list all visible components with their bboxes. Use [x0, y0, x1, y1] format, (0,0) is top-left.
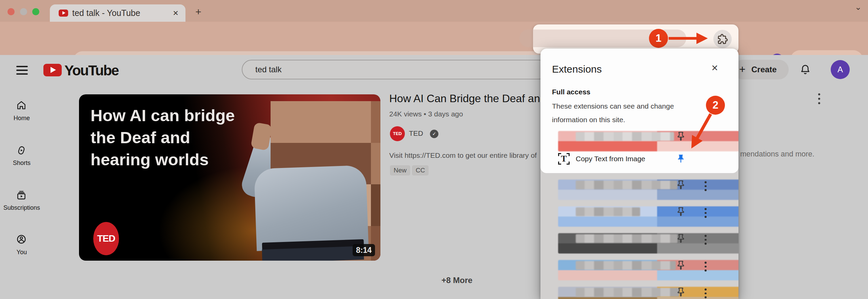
traffic-close-button[interactable] [7, 8, 15, 15]
sidebar-item-subscriptions[interactable]: Subscriptions [0, 204, 43, 211]
extension-menu-icon[interactable] [705, 180, 707, 192]
redacted-extension-name [576, 261, 676, 270]
ted-logo: TED [93, 222, 119, 255]
screenshot-root: ted talk - YouTube ✕ + ⌄ youtube.com/res… [0, 0, 868, 299]
tab-close-icon[interactable]: ✕ [171, 8, 181, 18]
you-icon[interactable] [16, 234, 27, 245]
right-text-fragment: mendations and more. [740, 150, 814, 158]
video-thumbnail[interactable]: How AI can bridge the Deaf and hearing w… [79, 94, 380, 261]
thumbnail-title-text: How AI can bridge the Deaf and hearing w… [91, 105, 235, 171]
sidebar-item-shorts[interactable]: Shorts [0, 160, 43, 167]
badge-cc: CC [412, 165, 429, 175]
channel-name[interactable]: TED [409, 129, 423, 137]
extension-menu-icon[interactable] [705, 207, 707, 219]
close-icon[interactable]: ✕ [709, 62, 721, 74]
extension-menu-icon[interactable] [705, 261, 707, 273]
video-menu-icon[interactable] [818, 92, 820, 105]
extension-row-copy-text-from-image[interactable]: T Copy Text from Image [540, 149, 738, 169]
home-icon[interactable] [16, 100, 27, 111]
youtube-logo-icon[interactable] [43, 64, 62, 76]
redacted-extension-name [576, 234, 677, 243]
video-description: Visit https://TED.com to get our entire … [389, 151, 540, 160]
sidebar-item-home[interactable]: Home [0, 115, 43, 122]
extensions-panel-spotlight: Extensions ✕ Full access These extension… [540, 49, 738, 173]
window-chevron-icon[interactable]: ⌄ [852, 2, 864, 14]
youtube-account-avatar[interactable]: A [831, 60, 850, 79]
extensions-panel: Extensions ✕ Full access These extension… [540, 49, 738, 299]
create-label: Create [751, 60, 777, 79]
pin-icon[interactable] [675, 233, 686, 244]
video-meta: 24K views • 3 days ago [389, 110, 463, 118]
extensions-button[interactable] [713, 30, 732, 48]
channel-avatar[interactable]: TED [390, 126, 405, 141]
pin-icon[interactable] [675, 260, 686, 271]
redacted-extension-name [576, 132, 674, 141]
traffic-zoom-button[interactable] [32, 8, 39, 15]
notifications-bell-icon[interactable] [800, 64, 811, 75]
search-input[interactable]: ted talk [242, 60, 549, 79]
pin-icon[interactable] [675, 206, 686, 217]
browser-tab[interactable]: ted talk - YouTube ✕ [50, 4, 185, 22]
traffic-minimize-button[interactable] [20, 8, 27, 15]
youtube-favicon-icon [59, 10, 68, 17]
extension-name: Copy Text from Image [576, 149, 645, 169]
svg-text:2: 2 [712, 99, 718, 111]
extension-row[interactable] [540, 202, 738, 222]
extension-row[interactable] [540, 255, 738, 276]
video-duration-badge: 8:14 [353, 244, 375, 256]
shorts-icon[interactable] [16, 145, 27, 156]
redacted-extension-name [576, 288, 679, 297]
video-title[interactable]: How AI Can Bridge the Deaf and [389, 92, 540, 107]
tab-title: ted talk - YouTube [72, 4, 140, 22]
youtube-wordmark[interactable]: YouTube [64, 62, 118, 79]
pin-icon-pinned[interactable] [675, 153, 686, 164]
extension-row[interactable] [540, 126, 738, 147]
sidebar-item-you[interactable]: You [0, 249, 43, 256]
search-query-text: ted talk [255, 60, 281, 79]
badge-new: New [390, 165, 410, 175]
extensions-puzzle-icon [717, 34, 728, 44]
full-access-heading: Full access [552, 88, 590, 96]
svg-text:1: 1 [655, 32, 661, 44]
new-tab-button[interactable]: + [193, 6, 204, 18]
redacted-extension-name [576, 181, 677, 189]
pin-icon[interactable] [675, 180, 686, 190]
speaker-shirt [254, 165, 369, 251]
more-results-label[interactable]: +8 More [441, 276, 472, 285]
redacted-extension-name [576, 207, 640, 216]
extension-row[interactable] [540, 175, 738, 195]
pin-icon[interactable] [675, 131, 686, 142]
create-button[interactable]: + Create [733, 60, 789, 79]
extensions-panel-title: Extensions [552, 63, 602, 75]
pin-icon[interactable] [675, 287, 686, 298]
extension-menu-icon[interactable] [705, 287, 707, 299]
text-capture-icon: T [558, 153, 570, 165]
full-access-description: These extensions can see and change info… [552, 99, 691, 127]
subscriptions-icon[interactable] [16, 190, 27, 201]
guide-menu-icon[interactable] [16, 66, 28, 75]
extension-row[interactable] [540, 282, 738, 299]
tab-strip: ted talk - YouTube ✕ + ⌄ [0, 0, 868, 22]
create-plus-icon: + [739, 60, 746, 79]
extension-row[interactable] [540, 228, 738, 249]
extension-menu-icon[interactable] [705, 234, 707, 246]
verified-badge-icon: ✓ [430, 130, 438, 138]
